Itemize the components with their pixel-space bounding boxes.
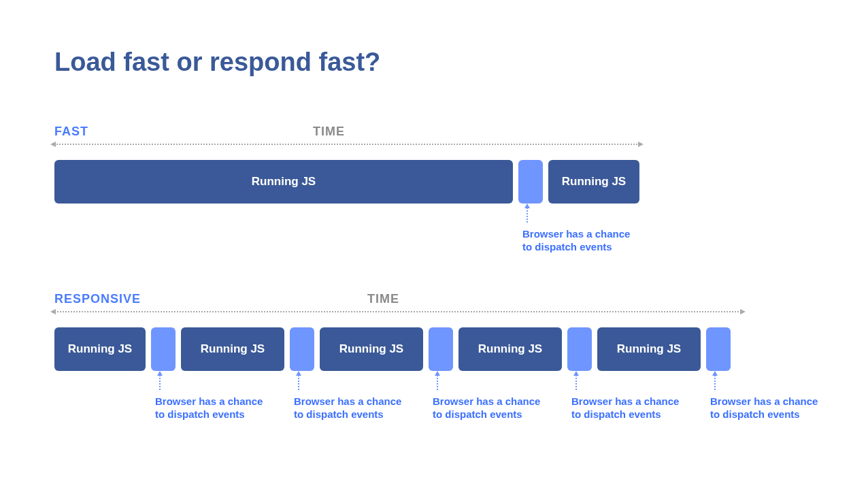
responsive-js-block: Running JS [181,327,284,371]
responsive-block-label: Running JS [68,342,132,356]
responsive-callout: Browser has a chance to dispatch events [155,371,264,421]
fast-block-label: Running JS [562,175,626,189]
time-label-responsive: TIME [367,292,399,306]
responsive-js-block: Running JS [458,327,562,371]
responsive-gap-block [706,327,731,371]
fast-block-label: Running JS [252,175,316,189]
fast-header: FAST TIME [54,125,814,142]
fast-js-block: Running JS [54,160,513,204]
slide: Load fast or respond fast? FAST TIME Run… [0,0,868,480]
responsive-js-block: Running JS [54,327,146,371]
responsive-header: RESPONSIVE TIME [54,292,814,310]
responsive-callout: Browser has a chance to dispatch events [433,371,541,421]
responsive-gap-block [151,327,176,371]
responsive-section: RESPONSIVE TIME Running JSRunning JSRunn… [54,292,814,453]
time-axis-responsive [54,311,741,312]
responsive-js-block: Running JS [597,327,701,371]
fast-callouts: Browser has a chance to dispatch events [54,204,814,285]
responsive-js-block: Running JS [320,327,423,371]
responsive-gap-block [290,327,314,371]
time-label-fast: TIME [313,125,345,139]
responsive-track: Running JSRunning JSRunning JSRunning JS… [54,327,814,371]
fast-js-block: Running JS [548,160,639,204]
responsive-callout: Browser has a chance to dispatch events [710,371,819,421]
responsive-block-label: Running JS [617,342,681,356]
responsive-gap-block [429,327,453,371]
fast-label: FAST [54,125,88,139]
time-axis-fast [54,144,639,145]
responsive-callouts: Browser has a chance to dispatch eventsB… [54,371,814,453]
slide-title: Load fast or respond fast? [54,48,814,77]
responsive-block-label: Running JS [339,342,403,356]
responsive-gap-block [567,327,592,371]
fast-gap-block [518,160,543,204]
responsive-callout: Browser has a chance to dispatch events [294,371,403,421]
fast-section: FAST TIME Running JSRunning JS Browser h… [54,125,814,285]
responsive-block-label: Running JS [478,342,542,356]
responsive-callout: Browser has a chance to dispatch events [571,371,680,421]
fast-callout: Browser has a chance to dispatch events [522,204,631,254]
fast-track: Running JSRunning JS [54,160,814,204]
responsive-label: RESPONSIVE [54,292,141,306]
responsive-block-label: Running JS [201,342,265,356]
